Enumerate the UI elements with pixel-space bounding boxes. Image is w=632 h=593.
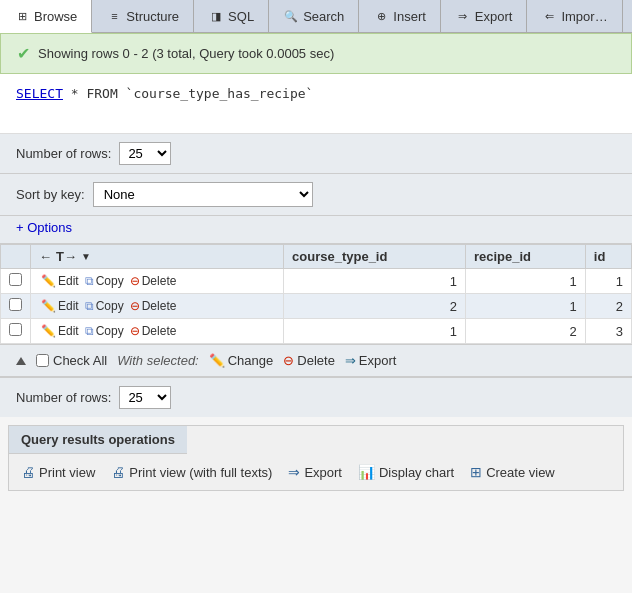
cell-course_type_id: 1: [284, 269, 466, 294]
cell-course_type_id: 1: [284, 319, 466, 344]
chart-icon: 📊: [358, 464, 375, 480]
cell-id: 3: [585, 319, 631, 344]
cell-id: 2: [585, 294, 631, 319]
change-icon: ✏️: [209, 353, 225, 368]
sql-area: SELECT * FROM `course_type_has_recipe`: [0, 74, 632, 134]
tab-search-label: Search: [303, 9, 344, 24]
display-chart-link[interactable]: 📊 Display chart: [358, 464, 454, 480]
sort-select[interactable]: None: [93, 182, 313, 207]
tab-export-label: Export: [475, 9, 513, 24]
row-checkbox[interactable]: [9, 273, 22, 286]
export-icon-ws: ⇒: [345, 353, 356, 368]
rows-select-top[interactable]: 25 50 100 250: [119, 142, 171, 165]
controls-bar-bottom: Number of rows: 25 50 100 250: [0, 377, 632, 417]
row-checkbox[interactable]: [9, 323, 22, 336]
tab-import[interactable]: ⇐ Impor…: [527, 0, 622, 32]
sort-label: Sort by key:: [16, 187, 85, 202]
row-actions-cell: ✏️ Edit ⧉ Copy ⊖ Delete: [31, 294, 284, 319]
th-checkbox: [1, 245, 31, 269]
tab-structure[interactable]: ≡ Structure: [92, 0, 194, 32]
copy-label: Copy: [96, 299, 124, 313]
edit-link[interactable]: ✏️ Edit: [39, 298, 81, 314]
ws-change-action[interactable]: ✏️ Change: [209, 353, 274, 368]
delete-icon: ⊖: [130, 274, 140, 288]
edit-icon: ✏️: [41, 274, 56, 288]
row-checkbox-cell: [1, 294, 31, 319]
create-view-icon: ⊞: [470, 464, 482, 480]
delete-link[interactable]: ⊖ Delete: [128, 323, 179, 339]
delete-link[interactable]: ⊖ Delete: [128, 298, 179, 314]
tab-sql[interactable]: ◨ SQL: [194, 0, 269, 32]
export-link[interactable]: ⇒ Export: [288, 464, 342, 480]
sort-bar: Sort by key: None: [0, 174, 632, 216]
copy-link[interactable]: ⧉ Copy: [83, 323, 126, 339]
tab-insert[interactable]: ⊕ Insert: [359, 0, 441, 32]
ws-delete-action[interactable]: ⊖ Delete: [283, 353, 335, 368]
import-icon: ⇐: [541, 8, 557, 24]
edit-label: Edit: [58, 299, 79, 313]
cell-id: 1: [585, 269, 631, 294]
edit-label: Edit: [58, 274, 79, 288]
tab-insert-label: Insert: [393, 9, 426, 24]
edit-label: Edit: [58, 324, 79, 338]
with-selected-label: With selected:: [117, 353, 199, 368]
scroll-top-icon[interactable]: [16, 357, 26, 365]
rows-label: Number of rows:: [16, 146, 111, 161]
print-full-label: Print view (with full texts): [129, 465, 272, 480]
dropdown-icon[interactable]: ▼: [81, 251, 91, 262]
delete-label: Delete: [142, 324, 177, 338]
tab-browse[interactable]: ⊞ Browse: [0, 0, 92, 33]
success-bar: ✔ Showing rows 0 - 2 (3 total, Query too…: [0, 33, 632, 74]
delete-link[interactable]: ⊖ Delete: [128, 273, 179, 289]
print-full-link[interactable]: 🖨 Print view (with full texts): [111, 464, 272, 480]
row-checkbox-cell: [1, 319, 31, 344]
table-row: ✏️ Edit ⧉ Copy ⊖ Delete 111: [1, 269, 632, 294]
tab-sql-label: SQL: [228, 9, 254, 24]
th-recipe-id: recipe_id: [465, 245, 585, 269]
check-all-label[interactable]: Check All: [36, 353, 107, 368]
delete-icon: ⊖: [283, 353, 294, 368]
tab-structure-label: Structure: [126, 9, 179, 24]
ws-export-action[interactable]: ⇒ Export: [345, 353, 397, 368]
query-results-body: 🖨 Print view 🖨 Print view (with full tex…: [9, 454, 623, 490]
success-message: Showing rows 0 - 2 (3 total, Query took …: [38, 46, 334, 61]
options-link[interactable]: + Options: [16, 220, 72, 235]
table-row: ✏️ Edit ⧉ Copy ⊖ Delete 123: [1, 319, 632, 344]
rows-select-bottom[interactable]: 25 50 100 250: [119, 386, 171, 409]
create-view-label: Create view: [486, 465, 555, 480]
copy-icon: ⧉: [85, 324, 94, 338]
export-icon: ⇒: [455, 8, 471, 24]
table-row: ✏️ Edit ⧉ Copy ⊖ Delete 212: [1, 294, 632, 319]
row-checkbox-cell: [1, 269, 31, 294]
delete-label: Delete: [142, 274, 177, 288]
check-all-checkbox[interactable]: [36, 354, 49, 367]
options-bar: + Options: [0, 216, 632, 244]
copy-link[interactable]: ⧉ Copy: [83, 298, 126, 314]
delete-label: Delete: [142, 299, 177, 313]
print-view-link[interactable]: 🖨 Print view: [21, 464, 95, 480]
sql-rest: * FROM `course_type_has_recipe`: [71, 86, 314, 101]
edit-link[interactable]: ✏️ Edit: [39, 323, 81, 339]
tab-search[interactable]: 🔍 Search: [269, 0, 359, 32]
create-view-link[interactable]: ⊞ Create view: [470, 464, 555, 480]
copy-label: Copy: [96, 324, 124, 338]
th-course-type-id: course_type_id: [284, 245, 466, 269]
insert-icon: ⊕: [373, 8, 389, 24]
tab-export[interactable]: ⇒ Export: [441, 0, 528, 32]
copy-link[interactable]: ⧉ Copy: [83, 273, 126, 289]
export-icon2: ⇒: [288, 464, 300, 480]
delete-icon: ⊖: [130, 324, 140, 338]
edit-icon: ✏️: [41, 299, 56, 313]
column-sort-icon[interactable]: T→: [56, 249, 77, 264]
row-checkbox[interactable]: [9, 298, 22, 311]
edit-link[interactable]: ✏️ Edit: [39, 273, 81, 289]
structure-icon: ≡: [106, 8, 122, 24]
row-actions-cell: ✏️ Edit ⧉ Copy ⊖ Delete: [31, 319, 284, 344]
ws-delete-label: Delete: [297, 353, 335, 368]
ws-export-label: Export: [359, 353, 397, 368]
search-icon: 🔍: [283, 8, 299, 24]
delete-icon: ⊖: [130, 299, 140, 313]
query-results-header: Query results operations: [9, 426, 187, 454]
th-actions: ← T→ ▼: [31, 245, 284, 269]
table-area: ← T→ ▼ course_type_id recipe_id id: [0, 244, 632, 344]
